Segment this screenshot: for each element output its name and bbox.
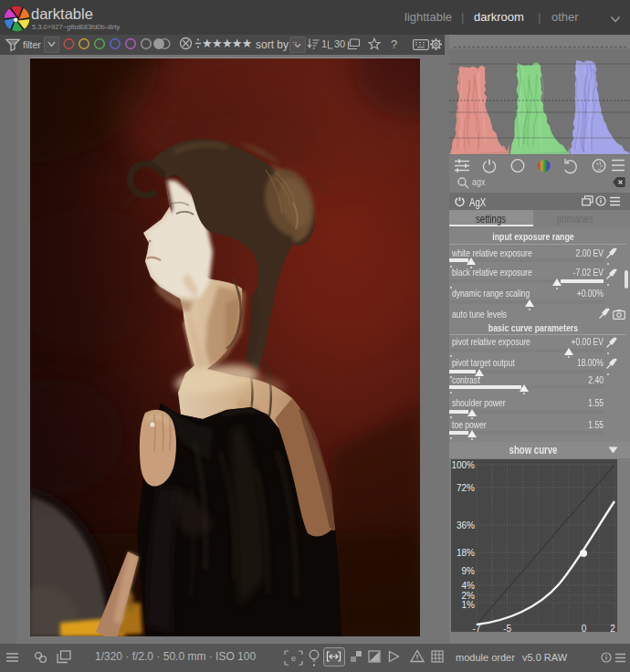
svg-text:0: 0 xyxy=(582,624,587,632)
svg-text:100%: 100% xyxy=(451,460,475,470)
svg-text:1%: 1% xyxy=(462,600,476,610)
svg-text:-7: -7 xyxy=(473,624,481,632)
svg-text:2: 2 xyxy=(610,624,615,632)
svg-text:36%: 36% xyxy=(457,520,475,530)
svg-text:72%: 72% xyxy=(457,483,475,493)
svg-text:-5: -5 xyxy=(503,624,511,632)
svg-text:9%: 9% xyxy=(462,566,476,576)
svg-text:18%: 18% xyxy=(457,548,475,558)
svg-text:4%: 4% xyxy=(462,581,476,591)
svg-text:e: e xyxy=(291,654,296,663)
